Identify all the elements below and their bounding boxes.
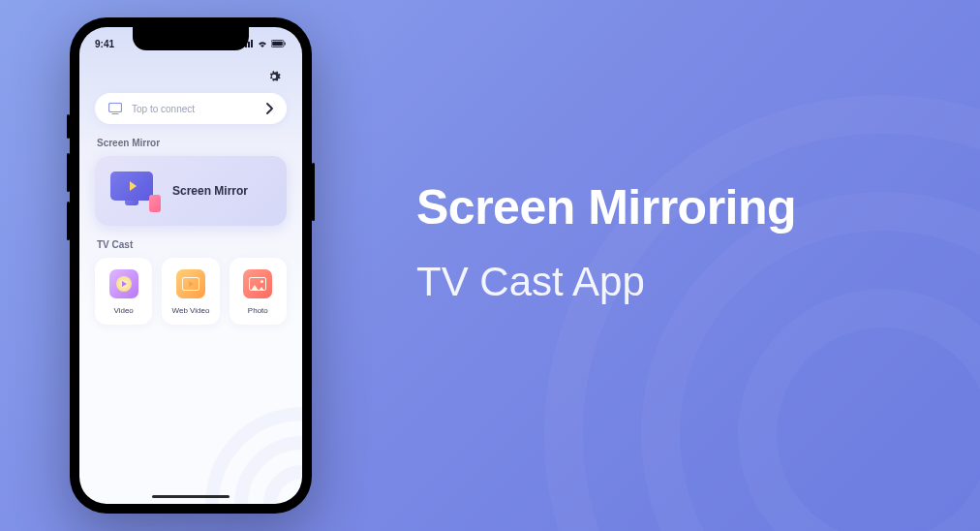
hero-text: Screen Mirroring TV Cast App — [416, 179, 796, 305]
web-video-icon — [176, 269, 205, 298]
phone-notch — [133, 27, 249, 50]
gear-icon — [265, 68, 283, 85]
screen-mirror-icon — [110, 172, 159, 210]
wifi-icon — [257, 40, 268, 47]
svg-rect-3 — [251, 40, 253, 47]
hero-subtitle: TV Cast App — [416, 259, 796, 305]
battery-icon — [271, 40, 287, 47]
section-mirror-title: Screen Mirror — [97, 138, 285, 148]
section-cast-title: TV Cast — [97, 239, 285, 250]
connect-label: Top to connect — [132, 104, 256, 114]
svg-rect-2 — [248, 42, 250, 47]
screen-mirror-label: Screen Mirror — [172, 184, 248, 198]
cast-icon — [108, 103, 122, 114]
photo-icon — [243, 269, 272, 298]
cast-webvideo-button[interactable]: Web Video — [162, 258, 219, 325]
svg-rect-5 — [272, 42, 283, 47]
connect-button[interactable]: Top to connect — [95, 93, 287, 124]
svg-rect-7 — [109, 104, 122, 112]
cast-webvideo-label: Web Video — [172, 306, 210, 315]
svg-rect-6 — [285, 43, 286, 46]
cast-video-label: Video — [114, 306, 134, 315]
status-icons — [242, 40, 287, 47]
cast-video-button[interactable]: Video — [95, 258, 152, 325]
screen-mirror-card[interactable]: Screen Mirror — [95, 156, 287, 226]
chevron-right-icon — [265, 103, 273, 114]
hero-title: Screen Mirroring — [416, 179, 796, 235]
phone-screen: 9:41 Top to connect Screen Mirror — [79, 27, 302, 504]
home-indicator — [152, 495, 230, 498]
status-time: 9:41 — [95, 39, 114, 49]
cast-photo-button[interactable]: Photo — [230, 258, 287, 325]
cast-photo-label: Photo — [248, 306, 268, 315]
video-icon — [109, 269, 138, 298]
settings-button[interactable] — [265, 68, 283, 85]
phone-frame: 9:41 Top to connect Screen Mirror — [70, 17, 312, 514]
